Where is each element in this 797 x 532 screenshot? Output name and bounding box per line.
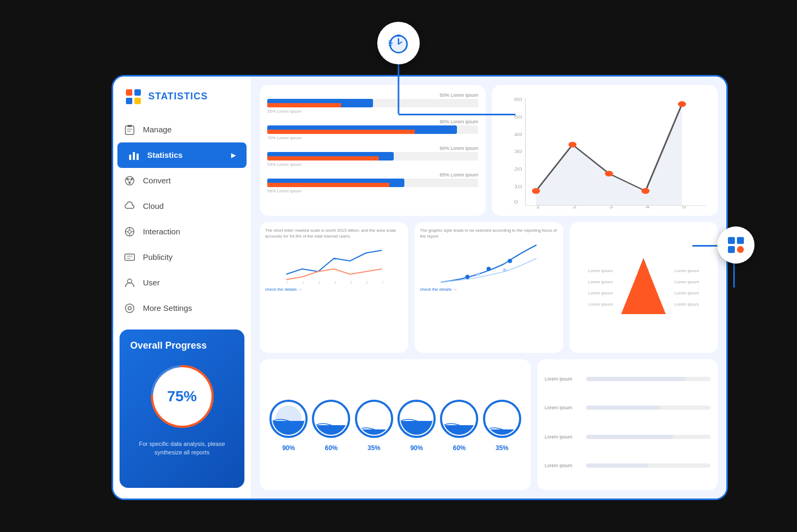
sidebar: STATISTICS Manage Statistics <box>113 77 251 499</box>
bar-sublabel-1: 35% Lorem ipsum <box>267 109 478 114</box>
convert-icon <box>124 175 135 187</box>
bar-row-3: 60% Lorem ipsum 53% Lorem ipsum <box>267 146 478 167</box>
row-2-container: The short letter marked scale is worth 2… <box>260 222 718 353</box>
mini-chart-2-link[interactable]: check the details → <box>420 287 557 292</box>
svg-point-57 <box>532 188 540 193</box>
svg-rect-21 <box>133 152 135 160</box>
svg-point-61 <box>678 101 686 107</box>
svg-point-74 <box>477 273 480 276</box>
bar-label-1: 50% Lorem ipsum <box>267 92 478 98</box>
circle-pct-6: 35% <box>496 444 508 452</box>
progress-circle: 75% <box>148 362 217 431</box>
line-chart-card: 60 50 40 30 20 10 0 1 2 3 4 5 <box>492 85 718 216</box>
interaction-icon <box>124 226 135 238</box>
svg-line-28 <box>128 179 130 183</box>
progress-card: Overall Progress 75% For specific data a… <box>120 330 244 488</box>
bar-sublabel-3: 53% Lorem ipsum <box>267 162 478 167</box>
mini-chart-2: The graphic style leads to be selected a… <box>414 222 563 353</box>
nav-item-statistics[interactable]: Statistics ▶ <box>117 142 247 168</box>
pyramid-labels-right: Lorem ipsum Lorem ipsum Lorem ipsum Lore… <box>674 268 699 307</box>
circle-pct-2: 60% <box>325 444 337 452</box>
svg-rect-10 <box>728 246 735 253</box>
svg-rect-12 <box>126 89 132 96</box>
circle-item-3: 35% <box>353 398 395 452</box>
mini-chart-1-link[interactable]: check the details → <box>265 287 403 292</box>
user-icon <box>124 277 135 289</box>
mini-chart-1: The short letter marked scale is worth 2… <box>260 222 408 353</box>
hbar-label-1: Lorem ipsum <box>545 376 582 382</box>
svg-rect-15 <box>134 98 141 104</box>
progress-description: For specific data analysis, please synth… <box>130 440 234 457</box>
hbar-label-4: Lorem ipsum <box>545 463 582 468</box>
pyramid-right-2: Lorem ipsum <box>674 280 699 284</box>
pyramid-left-4: Lorem ipsum <box>588 302 613 307</box>
pyramid-card: Lorem ipsum Lorem ipsum Lorem ipsum Lore… <box>570 222 718 353</box>
svg-text:4: 4 <box>334 281 336 284</box>
svg-text:0: 0 <box>514 199 518 205</box>
progress-value: 75% <box>167 388 197 405</box>
bar-sublabel-2: 70% Lorem ipsum <box>267 136 478 140</box>
svg-point-40 <box>128 307 131 310</box>
circle-item-5: 60% <box>438 398 480 452</box>
circle-item-1: 90% <box>267 398 310 452</box>
circle-pct-5: 60% <box>453 444 465 452</box>
bar-track-3 <box>267 152 478 161</box>
dashboard-container: STATISTICS Manage Statistics <box>112 75 728 500</box>
bar-label-4: 65% Lorem ipsum <box>267 172 478 178</box>
grid-icon <box>717 226 754 264</box>
svg-text:5: 5 <box>350 281 352 284</box>
svg-point-31 <box>128 230 131 233</box>
pyramid-left-3: Lorem ipsum <box>588 291 613 295</box>
app-title: STATISTICS <box>148 91 208 102</box>
bar-row-4: 65% Lorem ipsum 58% Lorem ipsum <box>267 172 478 193</box>
nav-item-user[interactable]: User <box>113 270 251 295</box>
bar-sublabel-4: 58% Lorem ipsum <box>267 189 478 193</box>
svg-point-41 <box>125 304 134 313</box>
svg-text:10: 10 <box>514 183 522 189</box>
scene: STATISTICS Manage Statistics <box>27 22 770 511</box>
arrow-icon: ▶ <box>231 151 236 159</box>
svg-rect-4 <box>396 35 401 37</box>
hbar-label-3: Lorem ipsum <box>545 434 582 440</box>
circle-pct-1: 90% <box>282 444 295 452</box>
svg-line-29 <box>130 179 132 183</box>
connector-v-top <box>398 63 400 114</box>
svg-rect-16 <box>125 126 134 134</box>
bar-row-2: 90% Lorem ipsum 70% Lorem ipsum <box>267 119 478 140</box>
svg-rect-8 <box>728 237 735 244</box>
bar-track-4 <box>267 179 478 187</box>
circle-item-4: 90% <box>395 398 438 452</box>
pyramid-left-1: Lorem ipsum <box>588 268 613 273</box>
nav-item-more-settings[interactable]: More Settings <box>113 295 251 321</box>
svg-rect-20 <box>129 155 131 160</box>
circle-gauge-1 <box>267 398 310 440</box>
bar-label-3: 60% Lorem ipsum <box>267 146 478 151</box>
bar-track-2 <box>267 125 478 134</box>
circle-item-6: 35% <box>481 398 523 452</box>
hbar-track-3 <box>586 435 710 439</box>
circles-card: 90% 60% <box>260 359 531 490</box>
hbar-row-4: Lorem ipsum <box>545 463 710 468</box>
circle-pct-3: 35% <box>368 444 380 452</box>
clipboard-icon <box>124 124 135 136</box>
circle-gauge-2 <box>310 398 352 440</box>
more-settings-icon <box>124 302 135 314</box>
nav-item-interaction[interactable]: Interaction <box>113 219 251 244</box>
pyramid-left-2: Lorem ipsum <box>588 280 613 284</box>
hbar-row-1: Lorem ipsum <box>545 376 710 382</box>
svg-text:40: 40 <box>514 131 522 137</box>
svg-rect-36 <box>125 254 134 260</box>
nav-item-convert[interactable]: Convert <box>113 168 251 193</box>
svg-rect-13 <box>134 89 141 96</box>
mini-chart-1-text: The short letter marked scale is worth 2… <box>265 227 403 239</box>
nav-item-manage[interactable]: Manage <box>113 117 251 142</box>
svg-rect-17 <box>128 125 132 127</box>
publicity-icon <box>124 251 135 263</box>
circle-gauge-6 <box>481 398 523 440</box>
svg-text:6: 6 <box>366 281 368 284</box>
nav-item-publicity[interactable]: Publicity <box>113 244 251 270</box>
svg-point-71 <box>465 275 470 279</box>
nav-item-cloud[interactable]: Cloud <box>113 193 251 219</box>
svg-point-75 <box>503 268 506 272</box>
main-content: 50% Lorem ipsum 35% Lorem ipsum 90% Lore… <box>251 77 726 499</box>
